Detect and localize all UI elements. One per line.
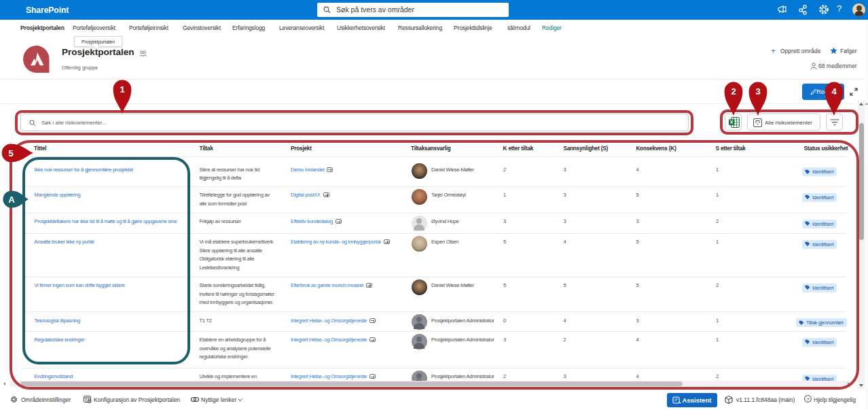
svg-text:4: 4 [831, 86, 837, 97]
svg-text:A: A [8, 194, 15, 205]
svg-text:5: 5 [8, 148, 13, 158]
svg-text:1: 1 [120, 84, 124, 95]
svg-text:X: X [729, 120, 733, 124]
svg-text:2: 2 [731, 86, 736, 97]
svg-text:3: 3 [755, 86, 760, 97]
